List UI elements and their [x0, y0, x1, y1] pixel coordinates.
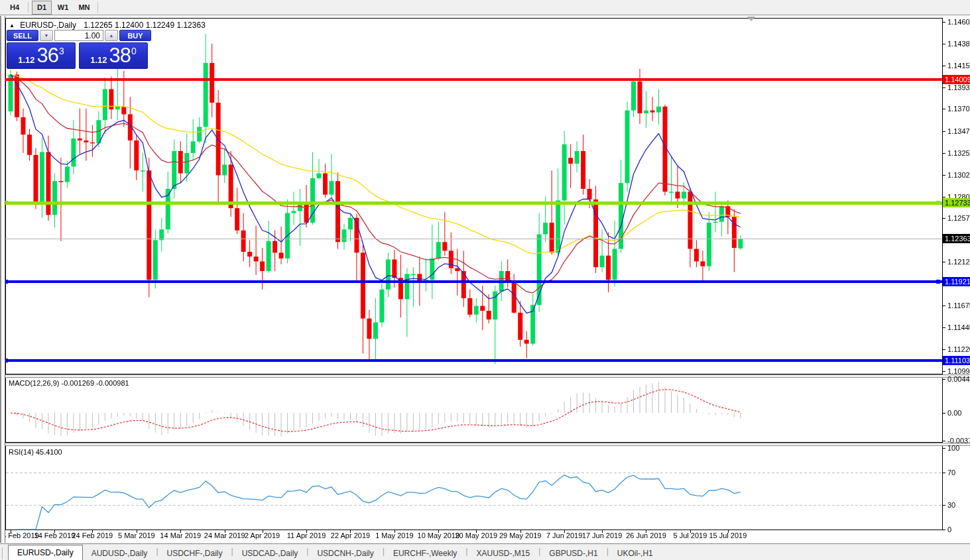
- date-axis-label: 22 Apr 2019: [331, 532, 370, 539]
- date-axis-label: 17 Jun 2019: [582, 532, 623, 539]
- price-axis-tick: 1.14380: [947, 40, 970, 48]
- pane-splitter-macd[interactable]: [0, 374, 970, 378]
- price-axis-tick: 1.13250: [947, 149, 970, 157]
- current-price-badge: 1.12363: [943, 234, 970, 243]
- price-axis-tick: 1.14605: [947, 18, 970, 26]
- chart-tab-usdcnhdaily[interactable]: USDCNH-,Daily: [308, 547, 382, 560]
- horizontal-line-1.12733[interactable]: [5, 201, 942, 205]
- up-arrow-icon: ▲: [109, 33, 114, 38]
- buy-price-prefix: 1.12: [90, 55, 107, 65]
- chart-tab-eurusddaily[interactable]: EURUSD-,Daily: [8, 545, 83, 560]
- chart-tab-eurchfweekly[interactable]: EURCHF-,Weekly: [385, 547, 465, 560]
- tab-bar-grip[interactable]: [0, 547, 8, 559]
- current-price-line: [5, 239, 942, 239]
- down-arrow-icon: ▼: [44, 33, 49, 38]
- date-axis-label: 15 Jul 2019: [709, 532, 747, 539]
- price-axis-tick: 1.14155: [947, 62, 970, 70]
- chart-tab-ukoilh1[interactable]: UKOil-,H1: [609, 547, 662, 560]
- date-axis-label: 5 Mar 2019: [118, 532, 155, 539]
- line-price-badge: 1.12733: [943, 198, 970, 207]
- rsi-axis-tick: 0: [947, 526, 951, 533]
- date-axis-label: 7 Jun 2019: [546, 532, 582, 539]
- date-axis-label: 1 May 2019: [375, 532, 413, 539]
- toolbar-separator: [28, 2, 29, 13]
- pane-splitter-rsi[interactable]: [0, 443, 970, 446]
- horizontal-line-1.11103[interactable]: [5, 359, 942, 362]
- chart-ohlc-values: 1.12265 1.12400 1.12249 1.12363: [84, 21, 206, 30]
- chart-tab-usdcaddaily[interactable]: USDCAD-,Daily: [233, 547, 307, 560]
- price-axis-tick: 1.10995: [947, 367, 970, 375]
- date-axis-label: 11 Apr 2019: [287, 532, 326, 539]
- price-axis-tick: 1.11445: [947, 323, 970, 331]
- sell-price-big-figure: 36: [37, 44, 58, 68]
- line-price-badge: 1.14009: [943, 75, 970, 84]
- line-price-badge: 1.11103: [943, 356, 970, 365]
- price-axis-tick: 1.13025: [947, 171, 970, 179]
- date-axis-label: 2 Apr 2019: [245, 532, 280, 539]
- window-left-frame: [0, 16, 5, 543]
- chart-symbol-label: EURUSD-,Daily: [20, 21, 76, 30]
- price-axis-tick: 1.12575: [947, 214, 970, 222]
- macd-indicator-title: MACD(12,26,9) -0.001269 -0.000981: [9, 379, 129, 387]
- buy-button[interactable]: BUY: [119, 30, 151, 41]
- collapse-triangle-icon[interactable]: ▲: [9, 23, 15, 28]
- line-drag-handle[interactable]: [936, 280, 940, 284]
- date-axis-label: 14 Feb 2019: [34, 532, 76, 539]
- macd-axis-tick: 0.004465: [947, 375, 970, 383]
- volume-input[interactable]: 1.00: [54, 30, 103, 41]
- chart-tab-bar: EURUSD-,DailyAUDUSD-,Daily|USDCHF-,Daily…: [0, 543, 970, 560]
- date-axis-label: 5 Jul 2019: [674, 532, 707, 539]
- buy-price-big-figure: 38: [109, 44, 131, 68]
- rsi-axis-tick: 100: [947, 444, 959, 452]
- sell-price-prefix: 1.12: [18, 55, 34, 65]
- date-axis-label: 29 May 2019: [499, 532, 542, 539]
- buy-price-pipette: 0: [131, 46, 137, 56]
- toolbar-separator: [97, 2, 98, 13]
- price-axis-tick: 1.11675: [947, 302, 970, 309]
- horizontal-line-1.14009[interactable]: [5, 78, 942, 81]
- timeframe-button-h4[interactable]: H4: [5, 1, 25, 15]
- timeframe-toolbar: H4D1W1MN: [0, 0, 970, 15]
- price-axis-tick: 1.13705: [947, 105, 970, 113]
- price-axis-tick: 1.13930: [947, 84, 970, 91]
- line-price-badge: 1.11921: [943, 277, 970, 286]
- one-click-trading-widget: SELL ▼ 1.00 ▲ BUY 1.12 36 3 1.12 38 0: [7, 30, 151, 69]
- date-axis-label: 24 Feb 2019: [72, 532, 113, 539]
- chart-window: [0, 16, 970, 543]
- timeframe-button-d1[interactable]: D1: [32, 1, 52, 15]
- rsi-axis-tick: 70: [947, 469, 955, 476]
- volume-decrease-button[interactable]: ▼: [40, 30, 53, 41]
- date-axis-label: 20 May 2019: [455, 532, 497, 539]
- line-drag-handle[interactable]: [936, 201, 940, 205]
- chart-tab-usdchfdaily[interactable]: USDCHF-,Daily: [158, 547, 231, 560]
- price-axis-tick: 1.11220: [947, 345, 970, 353]
- mt4-chart-screen: H4D1W1MN ▲ EURUSD-,Daily 1.12265 1.12400…: [0, 0, 970, 560]
- macd-axis-tick: 0.00: [947, 409, 961, 417]
- date-axis-label: 26 Jun 2019: [626, 532, 666, 539]
- chart-shift-marker-icon[interactable]: [747, 17, 755, 21]
- buy-price-panel[interactable]: 1.12 38 0: [79, 42, 148, 69]
- chart-tab-xauusdm15[interactable]: XAUUSD-,M15: [467, 547, 538, 560]
- sell-button[interactable]: SELL: [7, 30, 38, 41]
- timeframe-button-mn[interactable]: MN: [74, 1, 94, 15]
- date-axis-label: 24 Mar 2019: [204, 532, 245, 539]
- date-axis-label: 14 Mar 2019: [160, 532, 201, 539]
- rsi-axis-tick: 30: [947, 501, 955, 509]
- chart-tab-audusddaily[interactable]: AUDUSD-,Daily: [83, 547, 156, 560]
- rsi-indicator-title: RSI(14) 45.4100: [9, 448, 62, 456]
- price-axis-tick: 1.12125: [947, 258, 970, 266]
- timeframe-button-w1[interactable]: W1: [53, 1, 73, 15]
- date-axis-label: 5 Feb 2019: [2, 532, 39, 539]
- sell-price-panel[interactable]: 1.12 36 3: [7, 42, 76, 69]
- sell-price-pipette: 3: [59, 46, 64, 56]
- volume-increase-button[interactable]: ▲: [105, 30, 118, 41]
- chart-tab-gbpusdh1[interactable]: GBPUSD-,H1: [540, 547, 606, 560]
- chart-title: ▲ EURUSD-,Daily 1.12265 1.12400 1.12249 …: [9, 21, 206, 30]
- horizontal-line-1.11921[interactable]: [5, 280, 942, 283]
- price-axis-tick: 1.13475: [947, 127, 970, 135]
- date-axis-label: 10 May 2019: [418, 532, 460, 539]
